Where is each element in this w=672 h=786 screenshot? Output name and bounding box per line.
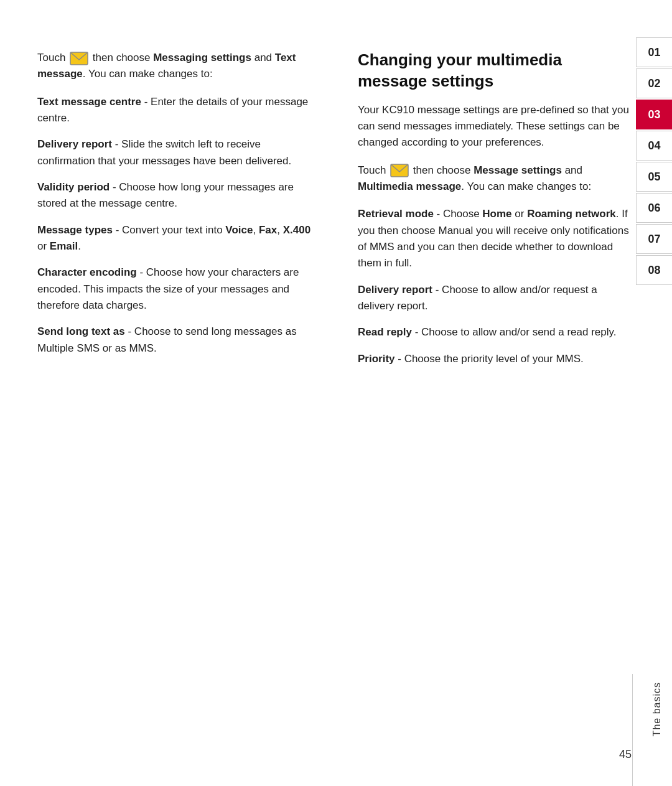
- message-types-label: Message types: [37, 224, 113, 236]
- character-encoding: Character encoding - Choose how your cha…: [37, 264, 314, 314]
- sidebar-07[interactable]: 07: [636, 224, 672, 254]
- send-long-text-label: Send long text as: [37, 325, 125, 337]
- touch-label: Touch: [37, 52, 65, 63]
- sidebar-06[interactable]: 06: [636, 193, 672, 223]
- delivery-report-right-label: Delivery report: [358, 284, 432, 296]
- sidebar-04[interactable]: 04: [636, 131, 672, 161]
- read-reply-label: Read reply: [358, 326, 412, 338]
- right-intro-text: Your KC910 message settings are pre-defi…: [358, 102, 635, 151]
- retrieval-mode-label: Retrieval mode: [358, 208, 434, 220]
- sidebar-08[interactable]: 08: [636, 255, 672, 285]
- bottom-divider: [632, 674, 633, 786]
- mail-icon-left: [70, 52, 88, 65]
- read-reply: Read reply - Choose to allow and/or send…: [358, 324, 635, 340]
- right-heading: Changing your multimedia message setting…: [358, 50, 635, 92]
- text-message-centre: Text message centre - Enter the details …: [37, 94, 314, 127]
- priority-label: Priority: [358, 353, 395, 365]
- left-column: Touch then choose Messaging settings and…: [37, 50, 327, 377]
- delivery-report-left-label: Delivery report: [37, 138, 112, 150]
- sidebar-05[interactable]: 05: [636, 162, 672, 192]
- sidebar-03[interactable]: 03: [636, 100, 672, 129]
- priority-text: - Choose the priority level of your MMS.: [395, 353, 584, 365]
- text-message-centre-label: Text message centre: [37, 96, 141, 108]
- bottom-label: The basics: [651, 682, 663, 736]
- sidebar-01[interactable]: 01: [636, 37, 672, 67]
- right-column: Changing your multimedia message setting…: [352, 50, 635, 377]
- send-long-text: Send long text as - Choose to send long …: [37, 324, 314, 357]
- validity-period: Validity period - Choose how long your m…: [37, 179, 314, 212]
- retrieval-mode: Retrieval mode - Choose Home or Roaming …: [358, 206, 635, 271]
- sidebar-02[interactable]: 02: [636, 68, 672, 98]
- mail-icon-right: [390, 164, 409, 177]
- delivery-report-left: Delivery report - Slide the switch left …: [37, 136, 314, 169]
- sidebar-numbers: 01 02 03 04 05 06 07 08: [636, 37, 672, 286]
- right-touch-intro: Touch then choose Message settings and M…: [358, 162, 635, 195]
- message-types: Message types - Convert your text into V…: [37, 222, 314, 255]
- delivery-report-right: Delivery report - Choose to allow and/or…: [358, 282, 635, 315]
- read-reply-text: - Choose to allow and/or send a read rep…: [412, 326, 617, 338]
- page-container: Touch then choose Messaging settings and…: [0, 0, 672, 786]
- page-number: 45: [619, 748, 632, 761]
- priority: Priority - Choose the priority level of …: [358, 351, 635, 367]
- validity-period-label: Validity period: [37, 181, 110, 193]
- right-touch-label: Touch: [358, 164, 386, 176]
- left-intro: Touch then choose Messaging settings and…: [37, 50, 314, 83]
- character-encoding-label: Character encoding: [37, 266, 137, 278]
- two-column-layout: Touch then choose Messaging settings and…: [37, 37, 635, 377]
